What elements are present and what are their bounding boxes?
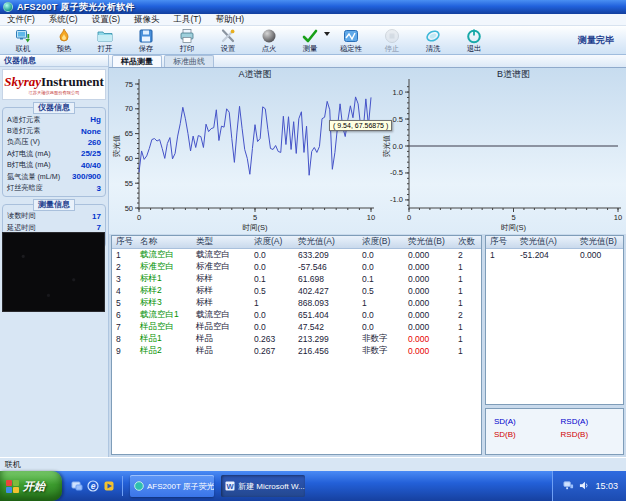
cell: 216.456 xyxy=(294,346,358,356)
main-area: 样品测量标准曲线 0510505560657075A道谱图时间(S)荧光值 05… xyxy=(109,55,626,457)
svg-text:A道谱图: A道谱图 xyxy=(238,69,271,79)
toolbar-button-exit[interactable]: 退出 xyxy=(453,26,494,54)
info-row: B道灯元素None xyxy=(7,125,101,136)
cell: -51.204 xyxy=(516,250,576,260)
svg-text:50: 50 xyxy=(125,204,133,213)
menu-camera[interactable]: 摄像头 xyxy=(127,14,167,26)
menu-file[interactable]: 文件(F) xyxy=(0,14,42,26)
cell: 0.0 xyxy=(250,250,294,260)
title-bar[interactable]: AFS200T 原子荧光分析软件 xyxy=(0,0,626,14)
menu-system[interactable]: 系统(C) xyxy=(42,14,85,26)
svg-text:75: 75 xyxy=(125,80,133,89)
cell: 0.000 xyxy=(404,322,454,332)
taskbar-window-label: AFS200T 原子荧光 xyxy=(147,481,214,492)
menu-help[interactable]: 帮助(H) xyxy=(208,14,251,26)
svg-text:e: e xyxy=(91,481,96,491)
ie-icon[interactable]: e xyxy=(87,480,99,492)
table-row[interactable]: 5标样3标样1868.09310.0001 xyxy=(112,297,481,309)
readings-table[interactable]: 序号荧光值(A)荧光值(B)1-51.2040.000 xyxy=(485,235,624,405)
info-row: 氩气流量 (mL/M)300/900 xyxy=(7,171,101,182)
toolbar-button-open[interactable]: 打开 xyxy=(84,26,125,54)
table-row[interactable]: 1载流空白载流空白0.0633.2090.00.0002 xyxy=(112,249,481,261)
toolbar-button-label: 联机 xyxy=(15,44,30,52)
cell: 0.263 xyxy=(250,334,294,344)
table-row[interactable]: 2标准空白标准空白0.0-57.5460.00.0001 xyxy=(112,261,481,273)
cell: 6 xyxy=(112,310,136,320)
toolbar-button-connect[interactable]: 联机 xyxy=(2,26,43,54)
taskbar-window-word-window[interactable]: W新建 Microsoft W... xyxy=(221,475,305,497)
cell: 0.1 xyxy=(358,274,404,284)
cell: 0.0 xyxy=(250,262,294,272)
brand-logo: SkyrayInstrument 江苏天瑞仪器股份有限公司 xyxy=(2,69,106,100)
cell: 标样3 xyxy=(136,297,192,309)
cell: 213.299 xyxy=(294,334,358,344)
cell: 1 xyxy=(454,262,481,272)
toolbar-button-preheat[interactable]: 预热 xyxy=(43,26,84,54)
menu-settings[interactable]: 设置(S) xyxy=(85,14,127,26)
toolbar-button-label: 保存 xyxy=(138,44,153,52)
table-row[interactable]: 7样品空白样品空白0.047.5420.00.0001 xyxy=(112,321,481,333)
toolbar-button-clean[interactable]: 清洗 xyxy=(412,26,453,54)
taskbar-window-label: 新建 Microsoft W... xyxy=(238,481,305,492)
table-row[interactable]: 9样品2样品0.267216.456非数字0.0001 xyxy=(112,345,481,357)
app-icon xyxy=(3,2,13,12)
stat-label: SD(A) xyxy=(494,417,561,430)
afs-window-icon xyxy=(134,481,144,491)
media-icon[interactable] xyxy=(103,480,115,492)
toolbar-button-ignite[interactable]: 点火 xyxy=(248,26,289,54)
cell: 0.0 xyxy=(358,250,404,260)
table-row[interactable]: 3标样1标样0.161.6980.10.0001 xyxy=(112,273,481,285)
svg-text:0.5: 0.5 xyxy=(393,115,403,124)
toolbar-button-stability[interactable]: 稳定性 xyxy=(330,26,371,54)
cell: 868.093 xyxy=(294,298,358,308)
tray-clock[interactable]: 15:03 xyxy=(595,481,618,491)
cell: 1 xyxy=(454,274,481,284)
toolbar-button-label: 退出 xyxy=(466,44,481,52)
chart-channel-a[interactable]: 0510505560657075A道谱图时间(S)荧光值 xyxy=(111,68,379,234)
svg-text:65: 65 xyxy=(125,129,133,138)
taskbar-window-afs-window[interactable]: AFS200T 原子荧光 xyxy=(130,475,214,497)
column-header: 荧光值(A) xyxy=(294,236,358,248)
charts-area: 0510505560657075A道谱图时间(S)荧光值 0510-1.0-0.… xyxy=(109,68,626,234)
cell: 0.000 xyxy=(404,298,454,308)
measurement-status-text: 测量完毕 xyxy=(578,34,626,47)
show-desktop-icon[interactable] xyxy=(71,480,83,492)
column-header: 序号 xyxy=(486,236,516,248)
tab-sample-measure[interactable]: 样品测量 xyxy=(112,55,162,67)
column-header: 名称 xyxy=(136,236,192,248)
start-button[interactable]: 开始 xyxy=(0,471,62,501)
window-title: AFS200T 原子荧光分析软件 xyxy=(17,1,135,14)
cell: 8 xyxy=(112,334,136,344)
cell: 0.0 xyxy=(358,310,404,320)
status-bar: 联机 xyxy=(0,457,626,471)
results-table[interactable]: 序号名称类型浓度(A)荧光值(A)浓度(B)荧光值(B)次数1载流空白载流空白0… xyxy=(111,235,482,455)
column-header: 类型 xyxy=(192,236,250,248)
info-row: A灯电流 (mA)25/25 xyxy=(7,148,101,159)
toolbar-button-print[interactable]: 打印 xyxy=(166,26,207,54)
column-header: 荧光值(A) xyxy=(516,236,576,248)
toolbar-button-setup[interactable]: 设置 xyxy=(207,26,248,54)
chart-tooltip: ( 9.54, 67.56875 ) xyxy=(329,120,392,131)
check-icon xyxy=(302,28,318,44)
quick-launch: e xyxy=(71,476,123,496)
toolbar-button-save[interactable]: 保存 xyxy=(125,26,166,54)
table-row[interactable]: 6载流空白1载流空白0.0651.4040.00.0002 xyxy=(112,309,481,321)
table-row[interactable]: 1-51.2040.000 xyxy=(486,249,623,261)
cell: 非数字 xyxy=(358,345,404,357)
volume-icon[interactable] xyxy=(579,480,590,493)
network-icon[interactable] xyxy=(563,480,574,493)
word-window-icon: W xyxy=(225,481,235,491)
camera-preview xyxy=(2,232,105,312)
info-value: 40/40 xyxy=(81,161,101,170)
sphere-icon xyxy=(261,28,277,44)
chart-channel-b[interactable]: 0510-1.0-0.50.00.51.0B道谱图时间(S)荧光值 xyxy=(381,68,626,234)
table-row[interactable]: 4标样2标样0.5402.4270.50.0001 xyxy=(112,285,481,297)
tab-standard-curve[interactable]: 标准曲线 xyxy=(164,55,214,67)
info-label: 氩气流量 (mL/M) xyxy=(7,172,60,182)
cell: 9 xyxy=(112,346,136,356)
table-row[interactable]: 8样品1样品0.263213.299非数字0.0001 xyxy=(112,333,481,345)
brand-subline: 江苏天瑞仪器股份有限公司 xyxy=(29,89,80,94)
toolbar-button-measure[interactable]: 测量 xyxy=(289,26,330,54)
svg-text:B道谱图: B道谱图 xyxy=(497,69,530,79)
menu-tools[interactable]: 工具(T) xyxy=(167,14,209,26)
